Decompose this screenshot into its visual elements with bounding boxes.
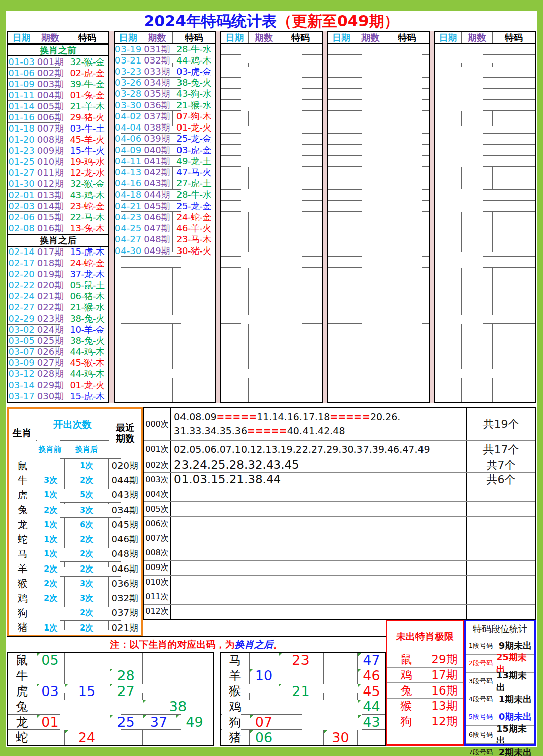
empty-row bbox=[221, 122, 322, 134]
code-cell bbox=[386, 156, 429, 166]
empty-row bbox=[435, 234, 535, 245]
code-cell: 23-蛇-金 bbox=[66, 201, 108, 211]
column-header-row: 日期期数特码 bbox=[8, 32, 108, 44]
code-cell bbox=[386, 234, 429, 245]
issue-cell bbox=[249, 156, 279, 166]
date-cell bbox=[435, 257, 462, 267]
empty-row bbox=[328, 178, 429, 190]
result-column-group: 日期期数特码 bbox=[327, 31, 430, 403]
date-cell bbox=[328, 66, 355, 77]
date-header: 日期 bbox=[115, 32, 142, 43]
code-cell: 44-鸡-木 bbox=[66, 369, 108, 380]
empty-row bbox=[435, 178, 535, 190]
issue-cell bbox=[355, 391, 386, 402]
empty-row bbox=[221, 346, 322, 357]
code-cell bbox=[279, 245, 322, 256]
code-cell bbox=[386, 66, 429, 77]
empty-cell bbox=[65, 715, 109, 730]
empty-row bbox=[328, 156, 429, 167]
date-cell bbox=[435, 78, 462, 88]
before-count: 1次 bbox=[37, 547, 65, 561]
issue-cell bbox=[462, 368, 493, 379]
code-cell bbox=[279, 167, 322, 177]
code-cell bbox=[493, 268, 535, 278]
zodiac-name: 蛇 bbox=[9, 532, 37, 546]
empty-row bbox=[435, 44, 535, 55]
code-value-cell: 28 bbox=[109, 668, 143, 683]
issue-cell bbox=[249, 301, 279, 312]
date-cell bbox=[115, 346, 142, 357]
issue-cell bbox=[249, 134, 279, 144]
empty-row bbox=[435, 290, 535, 301]
date-cell bbox=[435, 44, 462, 54]
date-cell bbox=[221, 111, 249, 121]
code-cell bbox=[279, 257, 322, 267]
issue-cell bbox=[462, 167, 493, 177]
column-group-separator bbox=[109, 31, 114, 403]
date-cell bbox=[328, 368, 355, 379]
code-value-cell: 03 bbox=[36, 683, 65, 699]
date-cell bbox=[435, 66, 462, 77]
date-cell bbox=[221, 89, 249, 99]
date-cell bbox=[221, 134, 249, 144]
code-cell bbox=[493, 100, 535, 110]
total-count-cell bbox=[466, 576, 535, 590]
code-cell: 24-蛇-金 bbox=[66, 258, 108, 269]
result-row: 04-16043期27-虎-土 bbox=[115, 178, 215, 190]
numbers-line: 31.33.34.35.36=====40.41.42.48 bbox=[174, 424, 466, 438]
date-cell: 04-09 bbox=[115, 145, 142, 155]
empty-row bbox=[328, 111, 429, 122]
code-cell: 03-虎-金 bbox=[173, 145, 215, 155]
date-cell bbox=[435, 100, 462, 110]
empty-row bbox=[115, 380, 215, 391]
zodiac-name: 鼠 bbox=[9, 459, 37, 473]
code-cell: 24-蛇-金 bbox=[173, 212, 215, 222]
empty-cell bbox=[175, 668, 213, 683]
issue-cell: 030期 bbox=[35, 391, 66, 402]
date-cell bbox=[221, 78, 249, 88]
issue-cell bbox=[249, 268, 279, 278]
code-cell bbox=[279, 301, 322, 312]
empty-row bbox=[115, 391, 215, 402]
date-cell bbox=[328, 335, 355, 346]
code-cell bbox=[493, 190, 535, 200]
date-cell bbox=[115, 391, 142, 402]
issue-cell bbox=[462, 335, 493, 346]
missing-zodiac-title: 未出特肖极限 bbox=[387, 621, 463, 652]
date-cell: 01-03 bbox=[8, 56, 35, 67]
issue-cell bbox=[462, 122, 493, 133]
zodiac-stats-row: 猴2次3次036期 bbox=[9, 577, 141, 591]
missing-zodiac-row: 猴13期 bbox=[387, 698, 463, 714]
result-row: 03-17030期15-虎-木 bbox=[8, 391, 108, 402]
code-cell: 46-羊-火 bbox=[173, 223, 215, 234]
zodiac-name: 兔 bbox=[9, 503, 37, 517]
issue-cell bbox=[355, 324, 386, 334]
empty-row bbox=[115, 290, 215, 301]
code-value-cell: 07 bbox=[250, 715, 278, 730]
numbers-cell: 04.08.09=====11.14.16.17.18=====20.26.31… bbox=[171, 408, 466, 440]
code-cell bbox=[173, 346, 215, 357]
date-cell: 01-09 bbox=[8, 79, 35, 89]
code-cell bbox=[493, 167, 535, 177]
issue-cell bbox=[462, 245, 493, 256]
date-cell bbox=[221, 357, 249, 368]
numbers-cell bbox=[171, 546, 466, 560]
date-cell: 01-27 bbox=[8, 167, 35, 178]
issue-cell bbox=[249, 257, 279, 267]
code-cell: 28-牛-水 bbox=[173, 190, 215, 200]
code-cell: 10-羊-金 bbox=[66, 325, 108, 335]
empty-row bbox=[221, 78, 322, 89]
total-count-cell bbox=[466, 561, 535, 575]
empty-row bbox=[435, 89, 535, 100]
zodiac-stats-row: 虎1次5次043期 bbox=[9, 488, 141, 503]
date-cell bbox=[435, 268, 462, 278]
issue-cell bbox=[462, 380, 493, 391]
empty-row bbox=[435, 78, 535, 89]
zodiac-name: 龙 bbox=[9, 518, 37, 532]
total-count-cell: 共17个 bbox=[466, 441, 535, 458]
issue-cell bbox=[462, 279, 493, 290]
issue-cell: 007期 bbox=[35, 123, 66, 134]
code-cell bbox=[493, 312, 535, 323]
code-cell: 23-马-木 bbox=[173, 234, 215, 245]
date-cell bbox=[328, 134, 355, 144]
